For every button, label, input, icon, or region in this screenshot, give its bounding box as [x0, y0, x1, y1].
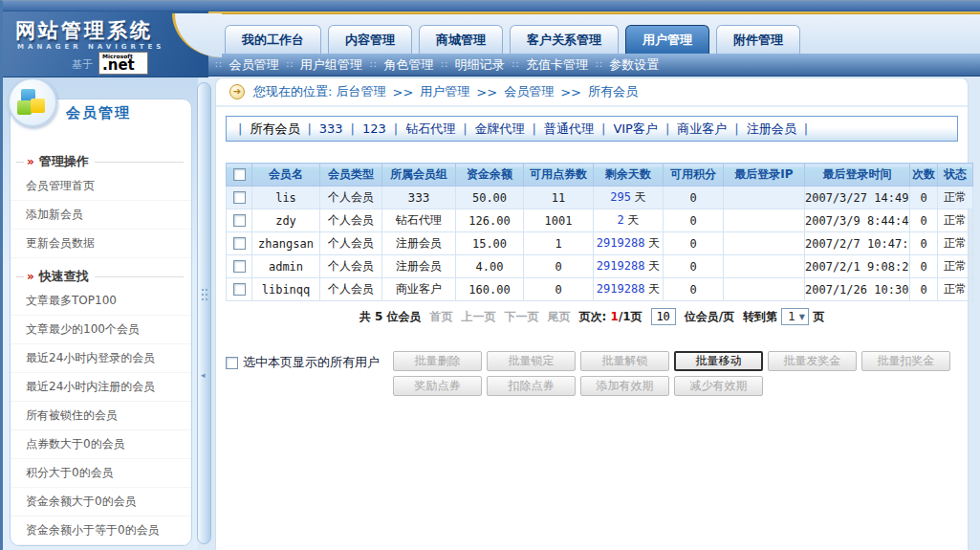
add-validity-button[interactable]: 添加有效期: [580, 376, 669, 396]
cell-times: 0: [910, 232, 938, 255]
tab-crm[interactable]: 客户关系管理: [510, 25, 619, 54]
filter-normal-agent[interactable]: 普通代理: [544, 121, 594, 138]
filter-group-333[interactable]: 333: [319, 121, 343, 136]
cell-points: 0: [524, 255, 594, 278]
sidebar-item-add-member[interactable]: 添加新会员: [11, 201, 191, 230]
table-row: admin 个人会员 注册会员 4.00 0 2919288 天 0 2007/…: [227, 255, 973, 278]
cell-credits: 0: [664, 255, 724, 278]
breadcrumb-member-management[interactable]: 会员管理: [504, 83, 554, 100]
cell-member-name: zhangsan: [252, 232, 320, 255]
submenu-parameter-settings[interactable]: 参数设置: [609, 56, 659, 74]
submenu-detail-records[interactable]: 明细记录: [455, 56, 505, 74]
chevron-down-icon: ▼: [799, 313, 805, 321]
submenu-role-management[interactable]: 角色管理: [383, 56, 433, 74]
tab-my-workbench[interactable]: 我的工作台: [225, 25, 321, 54]
submenu-usergroup-management[interactable]: 用户组管理: [300, 56, 362, 74]
reduce-validity-button[interactable]: 减少有效期: [674, 376, 763, 396]
sidebar-splitter[interactable]: ◂: [197, 82, 211, 544]
sidebar-item-credits-gt0[interactable]: 积分大于0的会员: [11, 459, 191, 488]
sidebar-item-update-member-data[interactable]: 更新会员数据: [11, 230, 191, 258]
batch-deduct-bonus-button[interactable]: 批量扣奖金: [861, 351, 950, 371]
filter-gold-agent[interactable]: 金牌代理: [475, 121, 525, 138]
first-page-link[interactable]: 首页: [430, 309, 453, 325]
batch-delete-button[interactable]: 批量删除: [393, 351, 482, 371]
breadcrumb-all-members[interactable]: 所有会员: [588, 83, 638, 100]
tab-content-management[interactable]: 内容管理: [328, 25, 412, 54]
table-header-row: 会员名 会员类型 所属会员组 资金余额 可用点券数 剩余天数 可用积分 最后登录…: [227, 164, 973, 187]
submenu-member-management[interactable]: 会员管理: [229, 56, 278, 74]
tab-zone: 我的工作台 内容管理 商城管理 客户关系管理 用户管理 附件管理: [194, 14, 980, 54]
cell-last-login: 2007/2/7 10:47:53: [805, 232, 910, 255]
app-title: 网站管理系统: [15, 17, 153, 44]
per-page-label: 位会员/页: [685, 309, 734, 325]
cell-points: 1001: [524, 209, 594, 232]
cell-status: 正常: [938, 187, 973, 209]
row-checkbox[interactable]: [233, 283, 246, 296]
sidebar-panel: » 管理操作 会员管理首页 添加新会员 更新会员数据 » 快速查找 文章最多TO…: [10, 99, 192, 546]
batch-move-button[interactable]: 批量移动: [674, 351, 763, 371]
sidebar-item-login-24h[interactable]: 最近24小时内登录的会员: [11, 344, 191, 373]
row-checkbox[interactable]: [233, 214, 246, 227]
select-all-users-checkbox[interactable]: [226, 357, 238, 369]
breadcrumb-user-management[interactable]: 用户管理: [420, 83, 469, 100]
breadcrumb-backend[interactable]: 后台管理: [337, 83, 386, 100]
per-page-input[interactable]: [651, 308, 676, 325]
tab-mall-management[interactable]: 商城管理: [419, 25, 503, 54]
splitter-collapse-icon[interactable]: ◂: [201, 370, 206, 380]
sidebar-item-fewest-articles[interactable]: 文章最少的100个会员: [11, 316, 191, 344]
col-status: 状态: [938, 164, 973, 187]
cell-credits: 0: [664, 187, 724, 209]
batch-button-row-1: 批量删除 批量锁定 批量解锁 批量移动 批量发奖金 批量扣奖金: [393, 351, 950, 371]
cell-days: 2919288: [597, 282, 645, 296]
sidebar-item-balance-gt0[interactable]: 资金余额大于0的会员: [11, 488, 191, 517]
submenu-rechargecard-management[interactable]: 充值卡管理: [526, 56, 588, 74]
tab-attachment-management[interactable]: 附件管理: [716, 25, 800, 54]
sidebar-item-balance-le0[interactable]: 资金余额小于等于0的会员: [11, 517, 191, 545]
cell-status: 正常: [938, 209, 973, 232]
cell-member-type: 个人会员: [320, 232, 382, 255]
batch-button-grid: 批量删除 批量锁定 批量解锁 批量移动 批量发奖金 批量扣奖金 奖励点券 扣除点…: [393, 351, 950, 396]
total-count: 共 5 位会员: [359, 309, 422, 325]
filter-all-members[interactable]: 所有会员: [250, 121, 299, 138]
based-on-label: 基于: [72, 57, 93, 72]
batch-grant-bonus-button[interactable]: 批量发奖金: [768, 351, 857, 371]
filter-diamond-agent[interactable]: 钻石代理: [405, 121, 455, 138]
cell-last-login: 2007/1/26 10:30:37: [805, 278, 910, 301]
logo-swoosh-decoration: [172, 13, 222, 57]
tab-user-management[interactable]: 用户管理: [625, 25, 709, 54]
cell-member-group: 钻石代理: [382, 209, 456, 232]
sidebar-item-top100-articles[interactable]: 文章最多TOP100: [11, 287, 191, 316]
cell-balance: 126.00: [456, 209, 524, 232]
last-page-link[interactable]: 尾页: [548, 309, 571, 325]
reward-points-button[interactable]: 奖励点券: [393, 376, 482, 396]
select-all-rows-checkbox[interactable]: [233, 168, 246, 181]
batch-lock-button[interactable]: 批量锁定: [487, 351, 576, 371]
filter-vip-customer[interactable]: VIP客户: [613, 121, 658, 138]
col-times: 次数: [910, 164, 938, 187]
table-row: zdy 个人会员 钻石代理 126.00 1001 2 天 0 2007/3/9…: [227, 209, 973, 232]
next-page-link[interactable]: 下一页: [505, 309, 539, 325]
filter-group-123[interactable]: 123: [362, 121, 386, 136]
sidebar-item-points-gt0[interactable]: 点券数大于0的会员: [11, 430, 191, 459]
sidebar-item-locked-members[interactable]: 所有被锁住的会员: [11, 402, 191, 430]
sidebar-item-email-unverified[interactable]: 未通过邮件验证的会员: [11, 545, 191, 546]
row-checkbox[interactable]: [233, 260, 246, 273]
prev-page-link[interactable]: 上一页: [462, 309, 496, 325]
batch-unlock-button[interactable]: 批量解锁: [580, 351, 669, 371]
filter-registered-member[interactable]: 注册会员: [747, 121, 796, 138]
row-checkbox[interactable]: [233, 191, 246, 204]
sidebar-item-member-home[interactable]: 会员管理首页: [11, 172, 191, 201]
filter-business-customer[interactable]: 商业客户: [677, 121, 727, 138]
deduct-points-button[interactable]: 扣除点券: [487, 376, 576, 396]
row-checkbox[interactable]: [233, 237, 246, 250]
sidebar-item-registered-24h[interactable]: 最近24小时内注册的会员: [11, 373, 191, 402]
submenu-separator-icon: ∷: [596, 59, 601, 70]
cell-last-ip: [724, 255, 805, 278]
section-marker-icon: »: [27, 270, 34, 283]
cell-times: 0: [910, 209, 938, 232]
submenu-separator-icon: ∷: [441, 59, 446, 70]
main-content: ➔ 您现在的位置: 后台管理 >> 用户管理 >> 会员管理 >> 所有会员 |…: [215, 77, 969, 550]
goto-page-select[interactable]: 1 ▼: [781, 308, 809, 325]
breadcrumb-prefix: 您现在的位置:: [253, 83, 332, 100]
cell-member-name: libinqq: [252, 278, 320, 301]
